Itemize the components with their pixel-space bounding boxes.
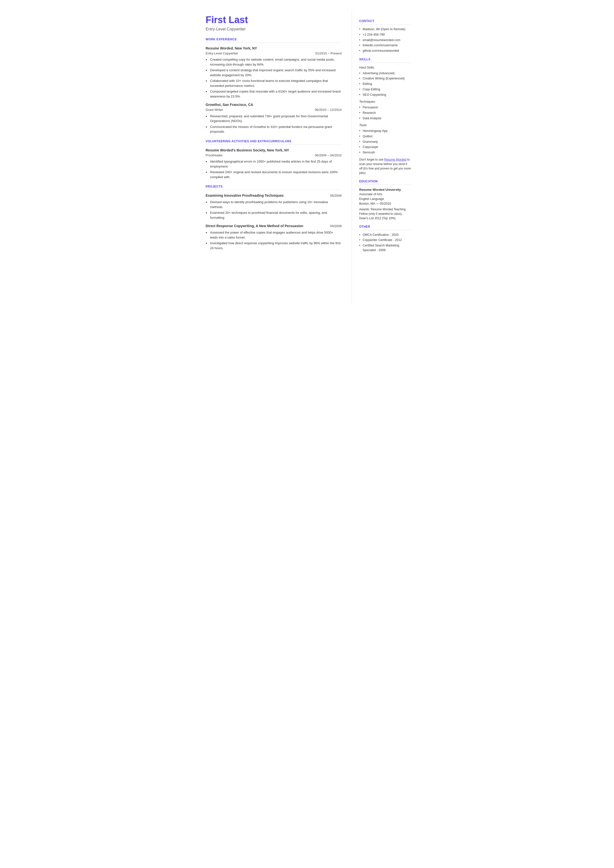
job-2-role: Grant Writer xyxy=(206,107,223,112)
skill-item: Copy Editing xyxy=(359,87,411,92)
bullet: Devised ways to identify proofreading pr… xyxy=(206,200,342,209)
other-item: OMCA Certification - 2020 xyxy=(359,233,411,237)
left-column: First Last Entry-Level Copywriter WORK E… xyxy=(196,10,349,304)
promo-link[interactable]: Resume Worded xyxy=(384,158,406,161)
techniques-list: Persuasion Research Data Analysis xyxy=(359,105,411,121)
project-1-bullets: Devised ways to identify proofreading pr… xyxy=(206,200,342,220)
tool-item: Copycaspe xyxy=(359,145,411,149)
hard-skills-label: Hard Skills: xyxy=(359,65,411,70)
bullet: Communicated the mission of Growthsi to … xyxy=(206,124,342,134)
job-2: Growthsi, San Francisco, CA Grant Writer… xyxy=(206,102,342,134)
contact-divider xyxy=(359,24,411,25)
volunteer-1-bullets: Identified typographical errors in 1000+… xyxy=(206,159,342,179)
project-2-title: Direct Response Copywriting, A New Metho… xyxy=(206,224,304,228)
bullet: Identified typographical errors in 1000+… xyxy=(206,159,342,169)
tool-item: Semrush xyxy=(359,150,411,155)
techniques-label: Techniques: xyxy=(359,99,411,104)
projects-header: PROJECTS xyxy=(206,184,342,189)
job-2-row: Grant Writer 06/2010 – 12/2014 xyxy=(206,107,342,112)
volunteer-1-row: Proofreader 06/2009 – 04/2010 xyxy=(206,153,342,158)
job-1-row: Entry-Level Copywriter 01/2015 – Present xyxy=(206,51,342,56)
volunteering-header: VOLUNTEERING ACTIVITIES AND EXTRACURRICU… xyxy=(206,139,342,143)
job-1-dates: 01/2015 – Present xyxy=(315,51,341,56)
bullet: Reviewed 240+ original and revised docum… xyxy=(206,170,342,179)
candidate-name: First Last xyxy=(206,15,342,25)
skill-item: Editing xyxy=(359,82,411,86)
work-experience-header: WORK EXPERIENCE xyxy=(206,37,342,42)
skill-item: SEO Copywriting xyxy=(359,93,411,97)
bullet: Created compelling copy for website cont… xyxy=(206,57,342,67)
volunteer-1-company: Resume Worded's Business Society, New Yo… xyxy=(206,148,342,153)
edu-degree: Associate of Arts xyxy=(359,192,411,197)
tool-item: Hemmingway App xyxy=(359,129,411,134)
job-1-role: Entry-Level Copywriter xyxy=(206,51,239,56)
volunteer-1-role: Proofreader xyxy=(206,153,223,158)
contact-item-phone: +1-234-456-789 xyxy=(359,33,411,37)
job-1: Resume Worded, New York, NY Entry-Level … xyxy=(206,46,342,99)
job-1-company: Resume Worded, New York, NY xyxy=(206,46,342,51)
other-header: OTHER xyxy=(359,224,411,229)
tool-item: Grammarly xyxy=(359,140,411,144)
contact-list: Madison, WI (Open to Remote) +1-234-456-… xyxy=(359,27,411,53)
contact-header: CONTACT xyxy=(359,19,411,23)
edu-awards: Awards: Resume Worded Teaching Fellow (o… xyxy=(359,207,411,220)
edu-location: Boston, MA — 05/2010 xyxy=(359,202,411,206)
candidate-title: Entry-Level Copywriter xyxy=(206,26,342,32)
other-list: OMCA Certification - 2020 Copywriter Cer… xyxy=(359,233,411,253)
project-2-bullets: Assessed the power of effective copies t… xyxy=(206,230,342,250)
other-item: Copywriter Certificate - 2012 xyxy=(359,238,411,242)
skill-item: Data Analysis xyxy=(359,116,411,121)
project-1-date: 05/2009 xyxy=(330,193,342,198)
volunteer-1-dates: 06/2009 – 04/2010 xyxy=(315,153,341,158)
bullet: Researched, prepared, and submitted 730+… xyxy=(206,114,342,123)
tool-item: Quilbot xyxy=(359,134,411,139)
bullet: Assessed the power of effective copies t… xyxy=(206,230,342,240)
edu-field: English Language xyxy=(359,197,411,202)
edu-institution: Resume Worded University xyxy=(359,187,411,192)
education-divider xyxy=(359,185,411,185)
skill-item: Persuasion xyxy=(359,105,411,110)
project-1: Examining Innovative Proofreading Techni… xyxy=(206,193,342,220)
tools-label: Tools: xyxy=(359,123,411,128)
volunteering-divider xyxy=(206,144,342,145)
bullet: Developed a content strategy that improv… xyxy=(206,68,342,78)
job-1-bullets: Created compelling copy for website cont… xyxy=(206,57,342,99)
contact-item-location: Madison, WI (Open to Remote) xyxy=(359,27,411,32)
education-header: EDUCATION xyxy=(359,179,411,183)
tools-list: Hemmingway App Quilbot Grammarly Copycas… xyxy=(359,129,411,155)
project-2-row: Direct Response Copywriting, A New Metho… xyxy=(206,224,342,228)
job-2-dates: 06/2010 – 12/2014 xyxy=(315,107,341,112)
bullet: Examined 20+ techniques to proofread fin… xyxy=(206,210,342,220)
bullet: Collaborated with 10+ cross-functional t… xyxy=(206,78,342,88)
contact-item-email: email@resumeworded.com xyxy=(359,38,411,43)
project-2: Direct Response Copywriting, A New Metho… xyxy=(206,224,342,250)
project-1-title: Examining Innovative Proofreading Techni… xyxy=(206,193,284,198)
right-column: CONTACT Madison, WI (Open to Remote) +1-… xyxy=(352,10,419,304)
skill-item: Research xyxy=(359,110,411,115)
project-2-date: 04/2009 xyxy=(330,224,342,228)
contact-item-github: github.com/resumeworded xyxy=(359,48,411,53)
volunteer-1: Resume Worded's Business Society, New Yo… xyxy=(206,148,342,180)
job-2-bullets: Researched, prepared, and submitted 730+… xyxy=(206,114,342,134)
promo-prefix: Don't forget to use xyxy=(359,158,384,161)
promo-block: Don't forget to use Resume Worded to sca… xyxy=(359,157,411,175)
project-1-row: Examining Innovative Proofreading Techni… xyxy=(206,193,342,198)
other-item: Certified Search Marketing Specialist - … xyxy=(359,243,411,253)
job-2-company: Growthsi, San Francisco, CA xyxy=(206,102,342,107)
hard-skills-list: Advertising (Advanced) Creative Writing … xyxy=(359,71,411,97)
skill-item: Creative Writing (Experienced) xyxy=(359,76,411,81)
bullet: Investigated how direct response copywri… xyxy=(206,241,342,250)
bullet: Composed targeted copies that resonate w… xyxy=(206,89,342,99)
contact-item-linkedin: linkedin.com/in/username xyxy=(359,43,411,48)
skills-header: SKILLS xyxy=(359,57,411,62)
skill-item: Advertising (Advanced) xyxy=(359,71,411,76)
